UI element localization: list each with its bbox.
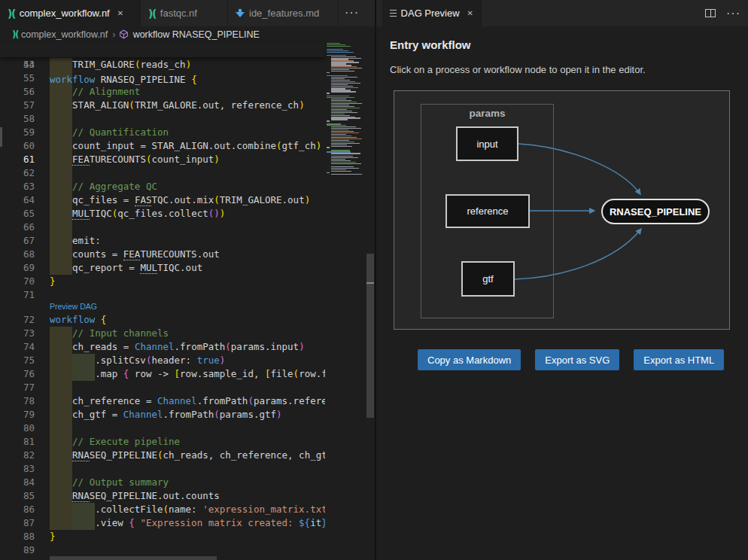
code-line: .view { "Expression matrix created: ${it…: [95, 516, 325, 530]
panel-subtitle: Click on a process or workflow node to o…: [390, 64, 646, 75]
code-line: .collectFile(name: 'expression_matrix.tx…: [95, 503, 325, 516]
dag-preview-panel: Entry workflow Click on a process or wor…: [376, 26, 748, 560]
code-line: // Aggregate QC: [72, 180, 157, 193]
panel-title: Entry workflow: [390, 38, 471, 51]
indent-guide-highlight: [72, 503, 95, 530]
code-line: // Input channels: [72, 327, 169, 340]
line-number: 85: [0, 489, 35, 503]
overview-ruler-decoration: [366, 282, 374, 284]
nextflow-icon: )(: [12, 29, 18, 40]
sticky-scroll-line[interactable]: 43 workflow RNASEQ_PIPELINE {: [0, 42, 325, 57]
line-number: 88: [0, 530, 35, 543]
code-line: STAR_ALIGN(TRIM_GALORE.out, reference_ch…: [72, 99, 305, 112]
line-number: 64: [0, 193, 35, 207]
line-number: 69: [0, 261, 35, 275]
minimap[interactable]: [325, 42, 366, 560]
tab-label: fastqc.nf: [160, 8, 197, 19]
code-line: // Output summary: [72, 476, 169, 489]
line-number: 86: [0, 503, 35, 516]
tab-dag-preview[interactable]: DAG Preview ✕: [382, 0, 482, 26]
line-number: 78: [0, 394, 35, 408]
line-number: 70: [0, 275, 35, 288]
tab-ide-features[interactable]: ide_features.md: [228, 0, 339, 26]
code-line: qc_report = MULTIQC.out: [72, 261, 202, 275]
minimap-line: [331, 163, 361, 164]
panel-tabbar: DAG Preview ✕ ···: [376, 0, 748, 26]
line-number: 65: [0, 207, 35, 221]
export-as-html-button[interactable]: Export as HTML: [634, 349, 724, 370]
minimap-line: [331, 71, 354, 72]
code-line: // Quantification: [72, 126, 169, 139]
breadcrumb-file[interactable]: complex_workflow.nf: [21, 29, 108, 40]
tab-label: complex_workflow.nf: [20, 8, 110, 19]
line-number: 59: [0, 126, 35, 139]
close-icon[interactable]: ✕: [467, 10, 473, 17]
indent-guide-highlight: [50, 58, 72, 275]
split-editor-icon[interactable]: [705, 9, 716, 17]
line-number: 77: [0, 381, 35, 394]
code-line: ch_reads = Channel.fromPath(params.input…: [72, 340, 305, 354]
code-editor[interactable]: 54TRIM_GALORE(reads_ch)5556// Alignment5…: [0, 58, 325, 560]
line-number: 67: [0, 234, 35, 248]
line-number: 61: [0, 153, 35, 166]
export-as-svg-button[interactable]: Export as SVG: [535, 349, 619, 370]
dag-node-reference[interactable]: reference: [445, 194, 530, 228]
dag-node-gtf[interactable]: gtf: [461, 261, 515, 297]
close-icon[interactable]: ✕: [117, 10, 123, 17]
code-line: TRIM_GALORE(reads_ch): [72, 58, 191, 72]
nextflow-icon: )(: [8, 8, 15, 20]
minimap-line: [331, 119, 348, 120]
line-number: 83: [0, 462, 35, 476]
dag-group-label: params: [421, 108, 553, 119]
minimap-line: [327, 46, 351, 47]
minimap-line: [331, 174, 362, 175]
horizontal-scrollbar[interactable]: [50, 556, 217, 560]
symbol-namespace-icon: [119, 29, 129, 39]
code-line: workflow {: [50, 313, 106, 327]
tab-overflow-button[interactable]: ···: [345, 0, 359, 26]
dag-node-rnaseq-pipeline[interactable]: RNASEQ_PIPELINE: [601, 199, 710, 224]
line-number: 74: [0, 340, 35, 354]
line-number: 89: [0, 543, 35, 557]
vertical-scrollbar[interactable]: [366, 26, 374, 560]
tab-label: ide_features.md: [249, 8, 319, 19]
markdown-download-icon: [236, 8, 245, 18]
tab-complex-workflow[interactable]: )( complex_workflow.nf ✕: [0, 0, 141, 26]
minimap-line: [327, 52, 354, 53]
minimap-line: [327, 72, 330, 73]
minimap-line: [327, 93, 330, 93]
editor-tabbar: )( complex_workflow.nf ✕ )( fastqc.nf id…: [0, 0, 375, 26]
line-number: 87: [0, 516, 35, 530]
tab-fastqc[interactable]: )( fastqc.nf: [141, 0, 228, 26]
code-line: }: [50, 275, 56, 288]
copy-as-markdown-button[interactable]: Copy as Markdown: [418, 349, 521, 370]
code-line: ch_reference = Channel.fromPath(params.r…: [72, 394, 325, 408]
breadcrumb-symbol[interactable]: workflow RNASEQ_PIPELINE: [133, 29, 260, 40]
minimap-line: [327, 120, 330, 121]
codelens-preview-dag[interactable]: Preview DAG: [50, 302, 97, 312]
line-number: 73: [0, 327, 35, 340]
code-line: counts = FEATURECOUNTS.out: [72, 248, 220, 261]
sticky-code-text: workflow RNASEQ_PIPELINE {: [50, 72, 197, 87]
code-line: FEATURECOUNTS(count_input): [72, 153, 220, 166]
line-number: 43: [0, 57, 35, 72]
code-line: // Execute pipeline: [72, 435, 180, 449]
minimap-line: [331, 91, 356, 92]
ide-window: )( complex_workflow.nf ✕ )( fastqc.nf id…: [0, 0, 748, 560]
line-number: 62: [0, 166, 35, 180]
line-number: 76: [0, 367, 35, 381]
line-number: 68: [0, 248, 35, 261]
code-line: qc_files = FASTQC.out.mix(TRIM_GALORE.ou…: [72, 193, 310, 207]
minimap-line: [327, 147, 330, 148]
code-line: MULTIQC(qc_files.collect()): [72, 207, 225, 221]
code-line: emit:: [72, 234, 101, 248]
minimap-line: [327, 172, 330, 173]
line-number: 79: [0, 408, 35, 422]
indent-guide-highlight: [72, 354, 95, 381]
dag-node-input[interactable]: input: [456, 126, 518, 161]
code-line: .map { row -> [row.sample_id, [file(row.…: [95, 367, 325, 381]
code-line: }: [50, 530, 56, 543]
tab-label: DAG Preview: [401, 8, 460, 19]
more-actions-icon[interactable]: ···: [726, 7, 740, 20]
scrollbar-slider[interactable]: [366, 254, 374, 418]
